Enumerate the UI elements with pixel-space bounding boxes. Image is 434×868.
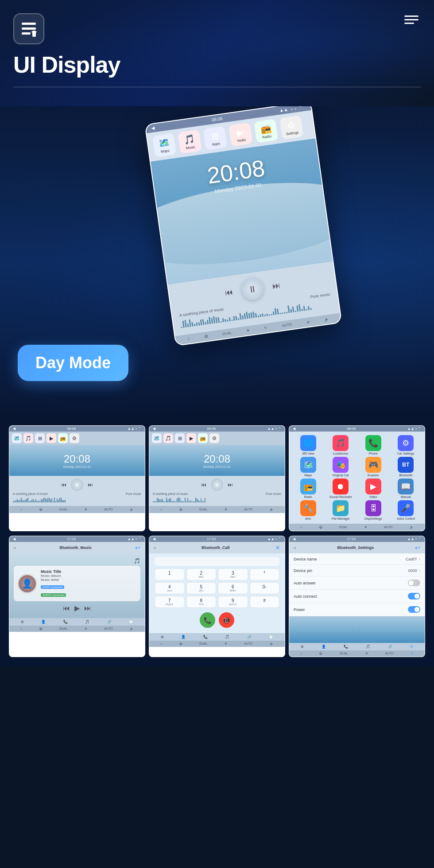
screen-3-back[interactable]: ◀ bbox=[293, 427, 295, 431]
screen-2-app-maps[interactable]: 🗺️ bbox=[152, 433, 162, 443]
app-recorder[interactable]: ⏺ Sound Recorder bbox=[326, 479, 356, 498]
auto-connect-toggle[interactable] bbox=[408, 593, 420, 599]
bts-ac[interactable]: ❄ bbox=[365, 652, 368, 655]
app-radio[interactable]: 📻 Radio bbox=[254, 119, 278, 143]
btc-vol[interactable]: 🔊 bbox=[270, 642, 274, 646]
bt-stab-phone[interactable]: 📞 bbox=[344, 645, 348, 649]
key-3[interactable]: 3DEF bbox=[218, 568, 248, 580]
screen-1-app-music[interactable]: 🎵 bbox=[23, 433, 33, 443]
screen-2-app-settings[interactable]: ⚙ bbox=[209, 433, 219, 443]
bt-tab-phone[interactable]: 📞 bbox=[63, 620, 68, 624]
app-original-car[interactable]: 🎭 Original Car bbox=[326, 457, 356, 477]
next-icon[interactable]: ⏭ bbox=[271, 280, 281, 291]
call-display[interactable] bbox=[155, 557, 279, 566]
bt-tab-music-active[interactable]: 🎵 bbox=[85, 620, 89, 624]
s1-home[interactable]: ⌂ bbox=[20, 508, 22, 511]
volume-icon[interactable]: 🔊 bbox=[324, 317, 329, 322]
auto-answer-toggle[interactable] bbox=[408, 580, 420, 586]
key-9[interactable]: 9WXYZ bbox=[218, 596, 248, 608]
bt-stab-music[interactable]: 🎵 bbox=[366, 645, 370, 649]
app-maps[interactable]: 🗺️ Maps bbox=[152, 133, 176, 157]
app-car-settings[interactable]: ⚙ Car Settings bbox=[391, 435, 422, 455]
bt-settings-home-icon[interactable]: ⌂ bbox=[294, 545, 296, 550]
bt-call-tab-music[interactable]: 🎵 bbox=[225, 635, 229, 639]
bt-call-tab-link[interactable]: 🔗 bbox=[247, 635, 252, 639]
app-filemanager[interactable]: 📁 File Manager bbox=[326, 500, 356, 520]
bt-call-back-arrow[interactable]: ✕ bbox=[275, 544, 280, 551]
bt-tab-person[interactable]: 👤 bbox=[41, 620, 46, 624]
app-radio-grid[interactable]: 📻 Radio bbox=[293, 479, 324, 498]
screen-2-app-radio[interactable]: 📻 bbox=[198, 433, 208, 443]
btc-power[interactable]: ⏻ bbox=[179, 642, 182, 646]
key-0-dash[interactable]: 0- bbox=[250, 582, 280, 594]
bt-tab-grid[interactable]: ⊞ bbox=[21, 620, 24, 624]
app-dispsettings[interactable]: 🎛 DispSettings bbox=[358, 500, 389, 520]
app-360view[interactable]: 🌐 360 view bbox=[293, 435, 324, 455]
key-4[interactable]: 4GHI bbox=[155, 582, 185, 594]
screen-1-app-radio[interactable]: 📻 bbox=[58, 433, 68, 443]
key-1[interactable]: 1 bbox=[155, 568, 185, 580]
key-7[interactable]: 7PQRS bbox=[155, 596, 185, 608]
bt-stab-person[interactable]: 👤 bbox=[322, 645, 326, 649]
s3-vol[interactable]: 🔊 bbox=[410, 525, 414, 529]
s2-vol[interactable]: 🔊 bbox=[270, 508, 274, 511]
app-kuwooo[interactable]: 🎮 Kuwooo bbox=[358, 457, 389, 477]
s3-power[interactable]: ⏻ bbox=[319, 525, 322, 529]
screen-2-app-apps[interactable]: ⊞ bbox=[175, 433, 185, 443]
bt-call-tab-person[interactable]: 👤 bbox=[181, 635, 186, 639]
bt-stab-grid[interactable]: ⊞ bbox=[301, 645, 304, 649]
bt-tab-clock[interactable]: 🕐 bbox=[129, 620, 133, 624]
app-music[interactable]: 🎵 Music bbox=[178, 130, 202, 154]
screen-2-prev[interactable]: ⏮ bbox=[201, 482, 206, 488]
play-pause-button[interactable]: ⏸ bbox=[240, 276, 265, 301]
device-name-arrow[interactable]: › bbox=[419, 557, 420, 561]
s3-ac[interactable]: ❄ bbox=[364, 525, 367, 529]
screen-2-next[interactable]: ⏭ bbox=[228, 482, 233, 488]
screen-1-prev[interactable]: ⏮ bbox=[61, 482, 66, 488]
btc-home[interactable]: ⌂ bbox=[160, 642, 162, 646]
key-hash[interactable]: # bbox=[250, 596, 280, 608]
bt-settings-back-status[interactable]: ◀ bbox=[293, 537, 295, 541]
bt-home[interactable]: ⌂ bbox=[20, 627, 22, 631]
power-toggle[interactable] bbox=[408, 606, 420, 613]
screen-1-back[interactable]: ◀ bbox=[13, 427, 16, 431]
screen-1-app-vedio[interactable]: ▶ bbox=[46, 433, 56, 443]
bt-power[interactable]: ⏻ bbox=[39, 627, 43, 631]
s2-power[interactable]: ⏻ bbox=[179, 508, 182, 511]
screen-1-app-maps[interactable]: 🗺️ bbox=[12, 433, 22, 443]
btc-ac[interactable]: ❄ bbox=[225, 642, 227, 646]
app-phone[interactable]: 📞 Phone bbox=[358, 435, 389, 455]
s2-ac[interactable]: ❄ bbox=[225, 508, 227, 511]
app-localmusic[interactable]: 🎵 Localmusic bbox=[326, 435, 356, 455]
bt-call-back-status[interactable]: ◀ bbox=[153, 537, 155, 541]
call-answer-button[interactable]: 📞 bbox=[200, 612, 215, 628]
bt-music-back-arrow[interactable]: ↩ bbox=[135, 544, 140, 551]
app-maps-grid[interactable]: 🗺️ Maps bbox=[293, 457, 324, 477]
bt-call-home-icon[interactable]: ⌂ bbox=[154, 545, 156, 550]
call-hangup-button[interactable]: 📵 bbox=[219, 612, 234, 628]
s3-home[interactable]: ⌂ bbox=[300, 525, 302, 529]
s1-ac[interactable]: ❄ bbox=[85, 508, 87, 511]
menu-button[interactable] bbox=[404, 16, 418, 24]
screen-2-app-music[interactable]: 🎵 bbox=[163, 433, 173, 443]
loop-icon[interactable]: ↻ bbox=[264, 326, 267, 330]
bt-stab-link[interactable]: 🔗 bbox=[388, 645, 392, 649]
bt-ac[interactable]: ❄ bbox=[85, 627, 87, 631]
bt-next-icon[interactable]: ⏭ bbox=[84, 604, 91, 612]
s1-vol[interactable]: 🔊 bbox=[130, 508, 134, 511]
app-video-grid[interactable]: ▶ Video bbox=[358, 479, 389, 498]
app-manual[interactable]: 📖 Manual bbox=[391, 479, 422, 498]
s2-home[interactable]: ⌂ bbox=[160, 508, 162, 511]
bt-play-icon[interactable]: ▶ bbox=[74, 604, 80, 612]
key-2[interactable]: 2ABC bbox=[186, 568, 217, 580]
key-8[interactable]: 8TUV bbox=[186, 596, 217, 608]
key-star[interactable]: * bbox=[250, 568, 280, 580]
screen-1-next[interactable]: ⏭ bbox=[88, 482, 93, 488]
home-icon[interactable]: ⌂ bbox=[187, 337, 190, 341]
ac-icon[interactable]: ❄ bbox=[246, 328, 250, 333]
screen-1-app-apps[interactable]: ⊞ bbox=[35, 433, 45, 443]
bt-stab-settings-active[interactable]: ⚙ bbox=[410, 645, 413, 649]
app-avin[interactable]: 🔧 Avin bbox=[293, 500, 324, 520]
device-pin-arrow[interactable]: › bbox=[419, 568, 420, 573]
screen-2-back[interactable]: ◀ bbox=[153, 427, 155, 431]
